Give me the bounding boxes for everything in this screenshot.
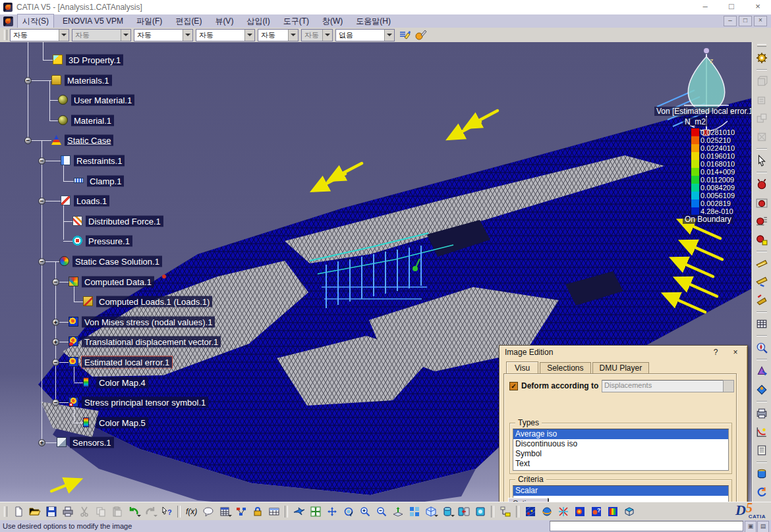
formula-icon[interactable]: f(x) xyxy=(184,504,199,519)
normal-view-icon[interactable] xyxy=(390,504,405,519)
graphic-combo-0[interactable]: 자동 xyxy=(10,29,69,41)
power-input-field[interactable] xyxy=(550,521,743,531)
copy-icon[interactable] xyxy=(93,504,108,519)
tree-item-label[interactable]: Restraints.1 xyxy=(74,155,125,167)
swap-visible-space-icon[interactable] xyxy=(472,504,488,519)
virtual-part-3-icon[interactable] xyxy=(754,213,770,229)
distforce-icon[interactable] xyxy=(72,216,82,226)
tree-expander-minus[interactable]: − xyxy=(24,77,32,84)
menu-catia-icon[interactable] xyxy=(3,16,13,26)
deformation-icon[interactable] xyxy=(539,504,554,519)
compute-prism-icon[interactable] xyxy=(754,363,770,379)
curve-chart-icon[interactable] xyxy=(754,424,770,440)
open-folder-icon[interactable] xyxy=(27,504,42,519)
virtual-part-2-icon[interactable] xyxy=(754,195,770,211)
load-wing-1-icon[interactable] xyxy=(754,255,770,271)
spec-tree-toggle-icon[interactable] xyxy=(498,504,513,519)
toolbar-grip[interactable] xyxy=(4,30,7,40)
image-icon[interactable] xyxy=(69,317,78,327)
mdi-restore-button[interactable]: □ xyxy=(739,16,752,26)
pdm-cube-3-icon[interactable] xyxy=(754,111,770,126)
colormap-icon[interactable] xyxy=(83,377,89,387)
redo-icon[interactable] xyxy=(142,504,157,519)
solution-icon[interactable] xyxy=(59,256,69,266)
tree-expander-minus[interactable]: − xyxy=(52,359,59,366)
close-button[interactable]: × xyxy=(745,0,771,14)
graphic-combo-5[interactable]: 자동 xyxy=(301,29,333,41)
cube-icon[interactable] xyxy=(53,55,63,65)
tree-expander-minus[interactable]: − xyxy=(24,137,32,144)
pressure-icon[interactable] xyxy=(72,236,82,246)
tree-item-label[interactable]: Estimated local error.1 xyxy=(82,357,172,368)
virtual-part-4-icon[interactable] xyxy=(754,232,770,248)
tab-selections[interactable]: Selections xyxy=(540,362,590,374)
tab-dmu-player[interactable]: DMU Player xyxy=(592,362,650,374)
graphic-combo-6[interactable]: 없음 xyxy=(335,29,395,41)
load-wing-3-icon[interactable] xyxy=(754,292,770,308)
tree-expander-minus[interactable]: − xyxy=(38,258,45,265)
computedloads-icon[interactable] xyxy=(83,296,93,306)
menu-item-7[interactable]: 창(W) xyxy=(318,14,347,28)
menu-item-1[interactable]: ENOVIA V5 VPM xyxy=(58,15,128,27)
maximize-button[interactable]: □ xyxy=(718,0,745,14)
tree-expander-minus[interactable]: − xyxy=(38,157,45,165)
legend-color-bar[interactable] xyxy=(691,128,700,216)
dof-symbol-icon[interactable] xyxy=(556,504,571,519)
masses-grid-icon[interactable] xyxy=(754,316,770,332)
tree-expander-minus[interactable]: − xyxy=(38,198,45,205)
rotate-icon[interactable] xyxy=(341,504,356,519)
material-icon[interactable] xyxy=(58,95,68,105)
tree-item-label[interactable]: Static Case xyxy=(65,135,113,146)
clamp-icon[interactable] xyxy=(74,178,84,183)
types-list[interactable]: Average isoDiscontinuous isoSymbolText xyxy=(513,429,729,471)
list-option[interactable]: Scalar xyxy=(513,486,728,496)
mesh-visualization-icon[interactable] xyxy=(523,504,538,519)
chevron-down-icon[interactable] xyxy=(288,30,298,41)
precision-image-icon[interactable]: ? xyxy=(588,504,604,519)
colormap-image-icon[interactable] xyxy=(605,504,620,519)
tree-expander-plus[interactable]: + xyxy=(38,439,45,446)
toolbar-grip[interactable] xyxy=(4,506,7,517)
check-magnifier-icon[interactable] xyxy=(754,340,770,356)
tree-item-label[interactable]: Clamp.1 xyxy=(87,176,124,187)
tree-item-label[interactable]: Color Map.5 xyxy=(96,417,148,429)
menu-item-3[interactable]: 편집(E) xyxy=(171,14,206,28)
tree-item-label[interactable]: Stress principal tensor symbol.1 xyxy=(82,397,208,408)
tree-expander-minus[interactable]: − xyxy=(52,279,59,286)
deform-browse-button[interactable] xyxy=(723,380,734,392)
knowledge-table-icon[interactable] xyxy=(217,504,232,519)
viewport-3d[interactable]: z x y 3D Property.1−Materials.1User Mate… xyxy=(0,42,771,502)
sensors-icon[interactable] xyxy=(57,437,67,447)
lock-icon[interactable] xyxy=(250,504,265,519)
deform-field[interactable]: Displacements xyxy=(602,380,724,392)
list-option[interactable]: Symbol xyxy=(513,449,728,459)
pdm-cube-1-icon[interactable] xyxy=(754,74,770,90)
imagevec-icon[interactable] xyxy=(69,336,78,346)
menu-item-0[interactable]: 시작(S) xyxy=(17,14,54,29)
tree-item-label[interactable]: Von Mises stress (nodal values).1 xyxy=(82,317,215,328)
render-style-icon[interactable] xyxy=(440,504,455,519)
tree-expander-plus[interactable]: + xyxy=(52,338,59,346)
tab-visu[interactable]: Visu xyxy=(506,361,538,375)
menu-item-5[interactable]: 삽입(I) xyxy=(242,14,274,28)
tree-item-label[interactable]: Computed Data.1 xyxy=(82,277,154,288)
design-table-icon[interactable] xyxy=(266,504,281,519)
pdm-cube-4-icon[interactable] xyxy=(754,129,770,145)
refresh-icon[interactable] xyxy=(754,485,770,500)
zoom-in-icon[interactable] xyxy=(357,504,372,519)
listing-icon[interactable] xyxy=(754,442,770,458)
compute-diamond-icon[interactable] xyxy=(754,382,770,398)
list-option[interactable]: Text xyxy=(513,459,728,469)
update-gear-icon[interactable] xyxy=(754,50,770,66)
cutting-plane-icon[interactable] xyxy=(621,504,637,519)
menu-item-4[interactable]: 뷰(V) xyxy=(210,14,238,28)
undo-icon[interactable] xyxy=(126,504,141,519)
tree-item-label[interactable]: Distributed Force.1 xyxy=(86,216,163,227)
restraints-icon[interactable] xyxy=(61,155,71,165)
chevron-down-icon[interactable] xyxy=(244,30,254,41)
status-doc-icon[interactable]: ▤ xyxy=(757,521,769,532)
apply-material-icon[interactable] xyxy=(414,28,428,41)
pdm-cube-2-icon[interactable] xyxy=(754,92,770,108)
graphic-combo-4[interactable]: 자동 xyxy=(258,29,299,41)
graphic-combo-3[interactable]: 자동 xyxy=(196,29,255,41)
